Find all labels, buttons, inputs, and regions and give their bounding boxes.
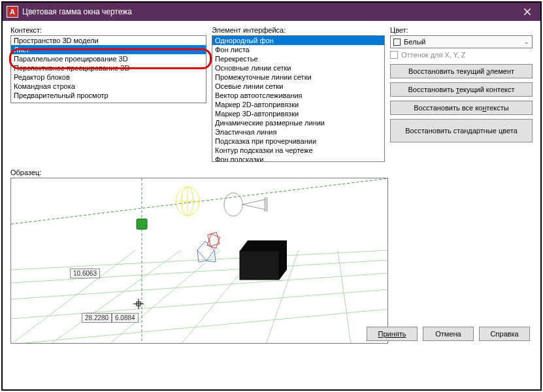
color-swatch (393, 39, 401, 46)
coord-readout: 28.2280 (82, 313, 112, 323)
element-label: Элемент интерфейса: (212, 26, 385, 34)
color-dropdown[interactable]: Белый ⌄ (390, 35, 533, 48)
svg-point-20 (224, 193, 242, 216)
list-item[interactable]: Фон подсказки (212, 155, 384, 162)
element-listbox[interactable]: Однородный фон Фон листа Перекрестье Осн… (212, 35, 385, 162)
list-item[interactable]: Перекрестье (212, 54, 384, 63)
list-item[interactable]: Промежуточные линии сетки (212, 73, 384, 82)
chevron-down-icon: ⌄ (524, 39, 529, 45)
cancel-button[interactable]: Отмена (423, 327, 474, 341)
list-item[interactable]: Контур подсказки на чертеже (212, 146, 384, 155)
context-label: Контекст: (10, 26, 206, 34)
list-item[interactable]: Эластичная линия (212, 127, 384, 137)
list-item[interactable]: Фон листа (212, 45, 384, 54)
list-item[interactable]: Предварительный просмотр (11, 91, 206, 100)
color-label: Цвет: (390, 26, 533, 34)
svg-line-12 (338, 250, 351, 344)
list-item[interactable]: Вектор автоотслеживания (212, 91, 384, 100)
list-item[interactable]: Подсказка при прочерчивании (212, 137, 384, 146)
coord-readout: 10.6063 (70, 269, 100, 278)
list-item[interactable]: Командная строка (11, 82, 206, 91)
restore-element-button[interactable]: Восстановить текущий элемент (390, 64, 533, 78)
svg-line-3 (11, 260, 388, 283)
list-item[interactable]: Параллельное проецирование 3D (11, 54, 206, 63)
help-button[interactable]: Справка (479, 327, 530, 341)
context-listbox[interactable]: Пространство 3D модели Лист Параллельное… (10, 35, 206, 103)
list-item[interactable]: Основные линии сетки (212, 63, 384, 73)
tint-checkbox[interactable]: Оттенок для X, Y, Z (390, 51, 533, 59)
restore-standard-button[interactable]: Восстановить стандартные цвета (390, 119, 533, 142)
preview-pane: 10.6063 28.2280 6.0884 (10, 178, 388, 344)
list-item[interactable]: Перспективное проецирование 3D (11, 63, 206, 73)
list-item[interactable]: Маркер 3D-автопривязки (212, 109, 384, 118)
app-icon: A (7, 6, 18, 18)
ok-button[interactable]: Принять (367, 327, 418, 341)
list-item[interactable]: Редактор блоков (11, 73, 206, 82)
sample-label: Образец: (10, 169, 533, 176)
restore-context-button[interactable]: Восстановить текущий контекст (390, 82, 533, 97)
coord-readout: 6.0884 (112, 313, 139, 323)
list-item[interactable]: Лист (11, 45, 206, 54)
list-item[interactable]: Динамические размерные линии (212, 118, 384, 127)
list-item[interactable]: Пространство 3D модели (11, 36, 206, 45)
list-item[interactable]: Осевые линии сетки (212, 82, 384, 91)
svg-rect-15 (137, 219, 147, 229)
list-item[interactable]: Маркер 2D-автопривязки (212, 100, 384, 109)
svg-line-4 (11, 273, 388, 299)
restore-all-button[interactable]: Восстановить все контексты (390, 101, 533, 115)
list-item[interactable]: Однородный фон (212, 36, 384, 45)
close-button[interactable] (514, 3, 540, 21)
color-value: Белый (404, 38, 425, 46)
window-title: Цветовая гамма окна чертежа (22, 7, 514, 16)
